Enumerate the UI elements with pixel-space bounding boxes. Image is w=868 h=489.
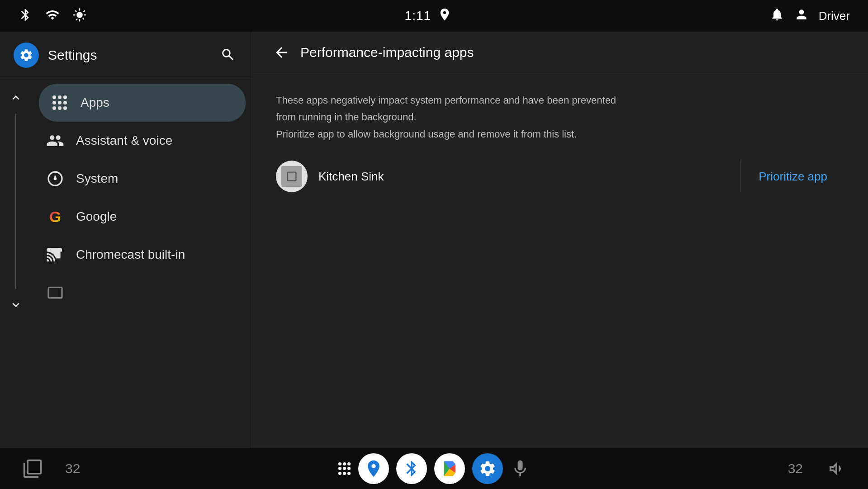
status-bar-left (18, 8, 87, 24)
description-text: These apps negatively impact system perf… (276, 92, 638, 142)
google-label: Google (76, 209, 117, 224)
sidebar-item-partial[interactable] (32, 274, 253, 312)
sidebar-item-assistant[interactable]: Assistant & voice (32, 122, 253, 160)
apps-icon (50, 93, 70, 113)
chromecast-icon (45, 245, 65, 265)
google-icon: G (45, 207, 65, 227)
partial-icon (45, 283, 65, 303)
content-header: Performance-impacting apps (253, 32, 868, 74)
bottom-nav: 32 (0, 448, 868, 489)
sidebar-header-left: Settings (14, 43, 97, 68)
driver-label: Driver (819, 9, 850, 23)
mic-button[interactable] (510, 459, 530, 479)
location-icon (437, 7, 452, 25)
prioritize-button[interactable]: Prioritize app (740, 170, 845, 184)
time-display: 1:11 (405, 9, 432, 23)
sidebar-header: Settings (0, 32, 253, 79)
apps-label: Apps (81, 95, 109, 110)
bottom-nav-right: 32 (788, 459, 845, 479)
status-bar-center: 1:11 (405, 7, 452, 25)
bottom-nav-left: 32 (23, 459, 80, 479)
content-area: Performance-impacting apps These apps ne… (253, 32, 868, 448)
main-layout: Settings (0, 32, 868, 448)
app-info: Kitchen Sink (276, 161, 740, 192)
play-app-icon[interactable] (434, 453, 465, 484)
wifi-icon (45, 8, 60, 24)
maps-app-icon[interactable] (358, 453, 389, 484)
content-body: These apps negatively impact system perf… (253, 74, 868, 448)
app-name: Kitchen Sink (318, 170, 384, 184)
system-icon (45, 169, 65, 189)
collapse-up-button[interactable] (5, 86, 27, 109)
volume-button[interactable] (825, 459, 845, 479)
bluetooth-app-icon[interactable] (396, 453, 427, 484)
search-button[interactable] (217, 43, 239, 67)
system-label: System (76, 171, 118, 186)
left-number: 32 (65, 461, 80, 476)
notification-icon (770, 7, 784, 24)
sidebar-title: Settings (48, 47, 97, 63)
sidebar: Settings (0, 32, 253, 448)
status-bar: 1:11 Driver (0, 0, 868, 32)
app-row: Kitchen Sink Prioritize app (276, 161, 845, 192)
launcher-button[interactable] (338, 462, 351, 475)
brightness-icon (72, 8, 87, 24)
assistant-icon (45, 131, 65, 151)
content-title: Performance-impacting apps (300, 45, 474, 60)
app-icon-inner (281, 166, 302, 187)
assistant-label: Assistant & voice (76, 133, 172, 148)
collapse-down-button[interactable] (5, 294, 27, 316)
sidebar-item-chromecast[interactable]: Chromecast built-in (32, 236, 253, 274)
right-number: 32 (788, 461, 803, 476)
sidebar-controls (0, 79, 32, 316)
settings-app-icon-nav[interactable] (472, 453, 503, 484)
status-bar-right: Driver (770, 7, 850, 24)
svg-point-2 (54, 178, 56, 179)
sidebar-content-row: Apps Assistant & voice (0, 79, 253, 316)
bottom-nav-center (338, 453, 530, 484)
app-icon (276, 161, 308, 192)
chromecast-label: Chromecast built-in (76, 247, 185, 262)
sidebar-item-system[interactable]: System (32, 160, 253, 198)
sidebar-item-apps[interactable]: Apps (39, 84, 246, 122)
sidebar-items-list: Apps Assistant & voice (32, 79, 253, 316)
sidebar-divider (15, 114, 16, 289)
back-button[interactable] (271, 43, 291, 62)
settings-app-icon (14, 43, 39, 68)
bluetooth-icon (18, 8, 33, 24)
sidebar-item-google[interactable]: G Google (32, 198, 253, 236)
user-icon (794, 7, 809, 24)
overview-button[interactable] (23, 459, 43, 479)
